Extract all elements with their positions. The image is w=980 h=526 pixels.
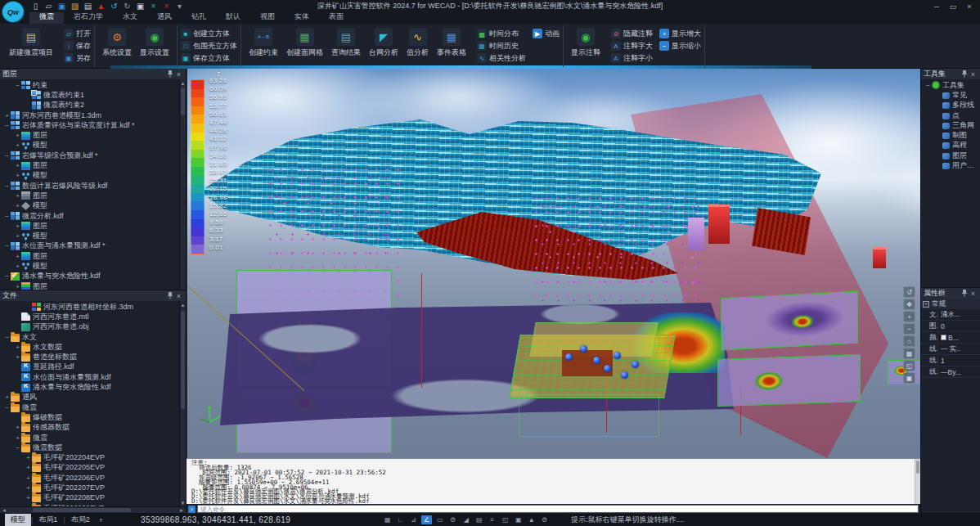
collapse-toggle[interactable]: − [3, 152, 11, 160]
files-tree-item[interactable]: +毛坪矿202208EVP [0, 493, 186, 503]
save-icon[interactable]: ▣ [56, 1, 68, 11]
expand-toggle[interactable]: + [14, 142, 21, 149]
expand-toggle[interactable]: + [14, 253, 21, 260]
ribbon-button-cube-save[interactable]: ▣保存立方体 [181, 52, 237, 64]
expand-toggle[interactable]: + [14, 353, 21, 361]
property-row[interactable]: 线...1 [921, 355, 980, 366]
expand-toggle[interactable]: + [25, 464, 32, 471]
layers-tree-item[interactable]: +图层 [0, 281, 186, 290]
collapse-toggle[interactable]: − [3, 404, 11, 411]
layers-tree-item[interactable]: −岩爆等级综合预测.kdf * [0, 151, 186, 160]
files-tree-item[interactable]: 河东河西巷道相对坐标.3dm [0, 302, 186, 312]
layers-tree-item[interactable]: −数值计算岩爆风险等级.kdf [0, 181, 186, 191]
expand-toggle[interactable]: + [14, 172, 21, 179]
workspace-icon[interactable]: ⚙ [539, 515, 550, 524]
toolset-tree-item[interactable]: 用户扩展 [921, 160, 980, 170]
close-button[interactable]: × [962, 2, 977, 11]
orbit-icon[interactable]: ↺ [903, 286, 915, 298]
layers-tree-item[interactable]: −微震分析.kdf [0, 211, 186, 221]
layout-tab-模型[interactable]: 模型 [5, 514, 31, 526]
layers-tree-item[interactable]: 微震表约束2 [0, 101, 186, 110]
properties-group-header[interactable]: − 常规 [921, 299, 980, 309]
ribbon-button-display-shrink[interactable]: −显示缩小 [659, 40, 701, 52]
files-tree-item[interactable]: +传感器数据 [0, 423, 186, 433]
tab-默认[interactable]: 默认 [216, 11, 250, 24]
delete-icon[interactable]: × [160, 1, 173, 11]
files-hscrollbar[interactable]: ◄ ► [0, 506, 186, 513]
layers-tree-item[interactable]: +图层 [0, 130, 186, 140]
ribbon-button-hide-annotation[interactable]: ⊘隐藏注释 [611, 28, 653, 39]
expand-toggle[interactable]: + [14, 162, 21, 169]
ribbon-button-cube-bound[interactable]: □包围壳立方体 [181, 40, 237, 52]
collapse-toggle[interactable]: − [3, 334, 11, 341]
tab-实体[interactable]: 实体 [285, 11, 319, 24]
files-tree-item[interactable]: +通风 [0, 393, 186, 402]
expand-toggle[interactable]: + [3, 393, 11, 401]
layers-tree-item[interactable]: −水位面与涌水量预测.kdf * [0, 241, 186, 251]
files-tree-item[interactable]: 河西河东巷道.obj [0, 322, 186, 332]
ribbon-button-new-project[interactable]: ▤新建微震项目 [5, 26, 57, 60]
files-tree-item[interactable]: +毛坪矿202206EVP [0, 473, 186, 483]
ribbon-button-show-annotation[interactable]: ◉显示注释 [567, 26, 605, 60]
property-row[interactable]: 文...涌水... [921, 309, 980, 321]
scroll-left-icon[interactable]: ◄ [0, 508, 8, 513]
minimize-button[interactable]: ─ [929, 2, 944, 11]
new-file-icon[interactable]: ▯ [29, 1, 42, 11]
toolset-tree-item[interactable]: 高程 [921, 141, 980, 151]
selection-icon[interactable]: ▣ [513, 515, 524, 524]
ribbon-button-display-enlarge[interactable]: +显示增大 [659, 28, 701, 39]
files-tree-item[interactable]: −水文 [0, 332, 186, 342]
layers-tree-item[interactable]: +图层 [0, 221, 186, 231]
ribbon-button-font-smaller[interactable]: A注释字小 [611, 52, 653, 64]
ribbon-button-font-larger[interactable]: A注释字大 [611, 40, 653, 52]
expand-toggle[interactable]: + [25, 474, 32, 482]
grid-icon[interactable]: ▦ [382, 515, 393, 524]
scroll-up-icon[interactable]: ▲ [180, 301, 186, 308]
files-scrollbar[interactable]: ▲ ▼ [179, 301, 186, 506]
layers-tree-item[interactable]: −岩体质量评估与采场宽度计算.kdf * [0, 120, 186, 130]
redo-icon[interactable]: ↻ [121, 1, 133, 11]
close-icon[interactable]: × [174, 70, 183, 79]
ribbon-button-network-analysis[interactable]: ◤台网分析 [365, 26, 402, 60]
pin-icon[interactable] [960, 70, 969, 79]
layers-tree-item[interactable]: +图层 [0, 251, 186, 261]
ortho-icon[interactable]: ⊿ [408, 515, 419, 524]
toolset-tree-item[interactable]: −工具集 [921, 80, 980, 90]
delete-constraint-icon[interactable]: × [147, 1, 160, 11]
layers-tree-item[interactable]: +模型 [0, 141, 186, 151]
layers-tree-item[interactable]: +图层 [0, 191, 186, 200]
polar-icon[interactable]: ∠ [421, 515, 432, 524]
toolset-tree-item[interactable]: 制图 [921, 130, 980, 140]
ribbon-button-constraint-ab[interactable]: A→B创建约束 [245, 26, 282, 60]
files-tree-item[interactable]: 涌水量与突水危险性.kdf [0, 382, 186, 392]
files-tree-item[interactable]: 蔓延路径.kdf [0, 362, 186, 372]
files-tree-item[interactable]: +巷道坐标数据 [0, 352, 186, 362]
home-view-icon[interactable]: ⌂ [903, 335, 915, 347]
expand-toggle[interactable]: + [14, 263, 21, 270]
ribbon-button-display-settings[interactable]: ◉显示设置 [136, 26, 173, 60]
collapse-toggle[interactable]: − [3, 122, 11, 129]
otrack-icon[interactable]: ⚙ [447, 515, 458, 524]
grid-view-icon[interactable]: ▦ [903, 348, 915, 359]
ribbon-button-cube-create[interactable]: ■创建立方体 [181, 28, 237, 39]
files-tree-item[interactable]: +微震 [0, 433, 186, 443]
undo-icon[interactable]: ↺ [108, 1, 120, 11]
save-as-icon[interactable]: ▨ [69, 1, 81, 11]
layers-tree-item[interactable]: +河东河西巷道模型1.3dm [0, 110, 186, 120]
layers-tree-item[interactable]: 微震表约束1 [0, 90, 186, 100]
scroll-right-icon[interactable]: ► [178, 508, 186, 513]
tab-岩石力学[interactable]: 岩石力学 [64, 11, 113, 24]
ribbon-button-save-down[interactable]: ↓保存 [64, 40, 91, 52]
layers-scrollbar[interactable]: ▲ [179, 79, 186, 290]
section-icon[interactable]: ◱ [903, 360, 915, 371]
collapse-toggle[interactable]: − [3, 272, 11, 280]
zoom-window-icon[interactable]: + [903, 311, 915, 322]
ribbon-button-time-history[interactable]: ▦时间历史 [477, 40, 526, 52]
ribbon-button-system-settings[interactable]: ⚙系统设置 [98, 26, 136, 60]
osnap-icon[interactable]: ▭ [434, 515, 445, 524]
expand-toggle[interactable]: + [3, 112, 11, 119]
layers-tree-item[interactable]: +模型 [0, 261, 186, 271]
layers-tree-item[interactable]: −约束 [0, 80, 186, 90]
pan-icon[interactable]: ✥ [903, 299, 915, 310]
collapse-toggle[interactable]: − [924, 82, 932, 89]
